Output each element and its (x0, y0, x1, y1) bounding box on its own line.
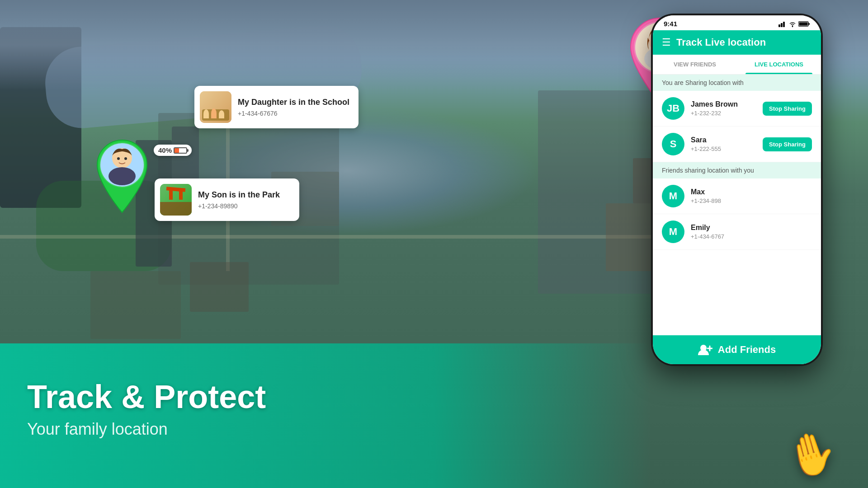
son-photo (160, 184, 192, 216)
svg-rect-20 (808, 23, 810, 25)
info-card-daughter: My Daughter is in the School +1-434-6767… (194, 86, 359, 128)
contact-james-brown[interactable]: JB James Brown +1-232-232 Stop Sharing (653, 91, 821, 127)
info-emily: Emily +1-434-6767 (691, 224, 812, 240)
status-icons (778, 21, 810, 27)
status-bar: 9:41 (653, 15, 821, 30)
signal-icon (778, 21, 787, 27)
name-max: Max (691, 188, 812, 196)
contact-emily[interactable]: M Emily +1-434-6767 (653, 214, 821, 250)
subheadline-text: Your family location (27, 420, 868, 439)
road-h (0, 235, 687, 239)
section-friends-header: Friends sharing location with you (653, 162, 821, 178)
son-card-title: My Son is in the Park (198, 190, 280, 200)
battery-fill-son (175, 148, 179, 153)
status-time: 9:41 (664, 20, 677, 28)
add-friend-icon (698, 343, 712, 356)
menu-icon[interactable]: ☰ (662, 37, 671, 48)
phone-inner: 9:41 (653, 15, 821, 364)
svg-point-4 (108, 167, 136, 185)
svg-rect-16 (778, 24, 780, 27)
info-james-brown: James Brown +1-232-232 (691, 100, 756, 117)
avatar-max: M (662, 185, 684, 207)
wifi-icon (789, 21, 796, 27)
svg-point-5 (117, 157, 120, 160)
phone-sara: +1-222-555 (691, 145, 756, 152)
phone-mockup: 9:41 (651, 14, 823, 366)
name-emily: Emily (691, 224, 812, 232)
info-max: Max +1-234-898 (691, 188, 812, 204)
daughter-card-phone: +1-434-67676 (238, 110, 349, 117)
avatar-james-brown: JB (662, 97, 684, 120)
name-sara: Sara (691, 136, 756, 144)
tab-view-friends[interactable]: VIEW FRIENDS (653, 55, 737, 74)
avatar-sara: S (662, 133, 684, 155)
app-title: Track Live location (676, 37, 766, 48)
name-james-brown: James Brown (691, 100, 756, 108)
phone-james-brown: +1-232-232 (691, 110, 756, 117)
battery-bar-son (174, 147, 187, 154)
tab-live-locations[interactable]: LIVE LOCATIONS (737, 55, 821, 74)
pin-son (90, 133, 154, 215)
info-card-son: My Son is in the Park +1-234-89890 (155, 178, 299, 221)
app-header: ☰ Track Live location (653, 30, 821, 55)
daughter-card-title: My Daughter is in the School (238, 98, 349, 107)
contact-max[interactable]: M Max +1-234-898 (653, 178, 821, 214)
battery-son: 40% (154, 145, 192, 156)
son-card-text: My Son is in the Park +1-234-89890 (198, 190, 280, 210)
son-card-phone: +1-234-89890 (198, 202, 280, 210)
battery-percent-son: 40% (158, 146, 172, 154)
svg-point-6 (124, 157, 127, 160)
avatar-emily: M (662, 221, 684, 243)
app-tabs: VIEW FRIENDS LIVE LOCATIONS (653, 55, 821, 75)
headline-text: Track & Protect (27, 379, 868, 415)
contact-sara[interactable]: S Sara +1-222-555 Stop Sharing (653, 127, 821, 162)
phone-content: You are Sharing location with JB James B… (653, 75, 821, 364)
add-friends-label: Add Friends (718, 344, 776, 356)
section-sharing-header: You are Sharing location with (653, 75, 821, 91)
phone-battery-icon (798, 21, 810, 27)
svg-rect-21 (799, 22, 808, 25)
stop-sharing-sara[interactable]: Stop Sharing (763, 137, 812, 151)
daughter-card-text: My Daughter is in the School +1-434-6767… (238, 98, 349, 117)
daughter-photo (200, 91, 231, 123)
add-friends-button[interactable]: Add Friends (653, 335, 821, 364)
info-sara: Sara +1-222-555 (691, 136, 756, 152)
phone-max: +1-234-898 (691, 197, 812, 204)
phone-emily: +1-434-6767 (691, 233, 812, 240)
pin-son-shape (90, 133, 154, 215)
svg-rect-18 (783, 22, 785, 27)
stop-sharing-james[interactable]: Stop Sharing (763, 102, 812, 116)
svg-rect-17 (781, 23, 783, 27)
